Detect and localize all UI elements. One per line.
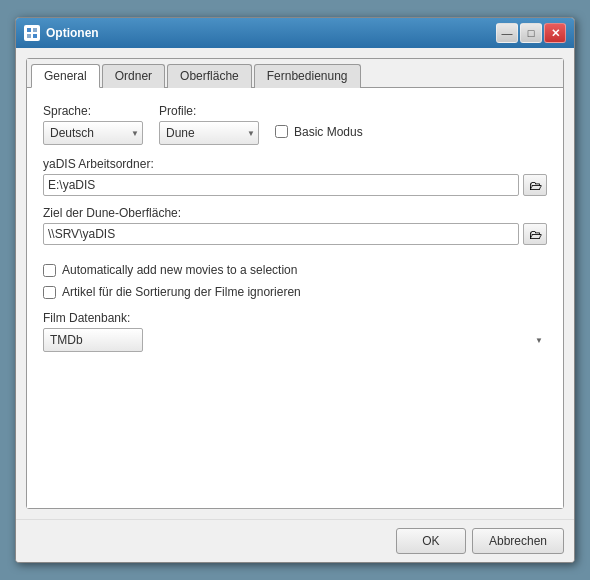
ziel-section: Ziel der Dune-Oberfläche: 🗁: [43, 206, 547, 245]
svg-rect-0: [27, 28, 31, 32]
options-window: Optionen — □ ✕ General Ordner Oberfläche…: [15, 17, 575, 563]
svg-rect-3: [33, 34, 37, 38]
artikel-row: Artikel für die Sortierung der Filme ign…: [43, 285, 547, 299]
basic-modus-row: Basic Modus: [275, 125, 363, 139]
basic-modus-label: Basic Modus: [294, 125, 363, 139]
profile-label: Profile:: [159, 104, 259, 118]
ok-button[interactable]: OK: [396, 528, 466, 554]
tab-general[interactable]: General: [31, 64, 100, 88]
ziel-label: Ziel der Dune-Oberfläche:: [43, 206, 547, 220]
minimize-button[interactable]: —: [496, 23, 518, 43]
sprache-profile-row: Sprache: Deutsch Profile: Dune: [43, 104, 547, 145]
ziel-folder-browse-button[interactable]: 🗁: [523, 223, 547, 245]
tab-content-general: Sprache: Deutsch Profile: Dune: [27, 88, 563, 508]
auto-add-row: Automatically add new movies to a select…: [43, 263, 547, 277]
folder-icon-2: 🗁: [529, 227, 542, 242]
yadis-folder-section: yaDIS Arbeitsordner: 🗁: [43, 157, 547, 196]
window-title: Optionen: [46, 26, 496, 40]
separator-1: [43, 255, 547, 263]
film-db-group: Film Datenbank: TMDb: [43, 311, 547, 352]
cancel-button[interactable]: Abbrechen: [472, 528, 564, 554]
maximize-button[interactable]: □: [520, 23, 542, 43]
window-icon: [24, 25, 40, 41]
tab-ordner[interactable]: Ordner: [102, 64, 165, 88]
basic-modus-checkbox[interactable]: [275, 125, 288, 138]
yadis-folder-browse-button[interactable]: 🗁: [523, 174, 547, 196]
tab-bar: General Ordner Oberfläche Fernbedienung: [27, 59, 563, 88]
title-bar: Optionen — □ ✕: [16, 18, 574, 48]
window-body: General Ordner Oberfläche Fernbedienung …: [16, 48, 574, 519]
close-button[interactable]: ✕: [544, 23, 566, 43]
profile-group: Profile: Dune: [159, 104, 259, 145]
auto-add-label: Automatically add new movies to a select…: [62, 263, 297, 277]
auto-add-checkbox[interactable]: [43, 264, 56, 277]
artikel-checkbox[interactable]: [43, 286, 56, 299]
svg-rect-2: [27, 34, 31, 38]
tab-container: General Ordner Oberfläche Fernbedienung …: [26, 58, 564, 509]
sprache-group: Sprache: Deutsch: [43, 104, 143, 145]
tab-oberflache[interactable]: Oberfläche: [167, 64, 252, 88]
sprache-label: Sprache:: [43, 104, 143, 118]
yadis-folder-input[interactable]: [43, 174, 519, 196]
profile-select-wrapper: Dune: [159, 121, 259, 145]
yadis-folder-label: yaDIS Arbeitsordner:: [43, 157, 547, 171]
title-bar-buttons: — □ ✕: [496, 23, 566, 43]
film-db-select[interactable]: TMDb: [43, 328, 143, 352]
film-db-select-wrapper: TMDb: [43, 328, 547, 352]
yadis-folder-input-row: 🗁: [43, 174, 547, 196]
sprache-select-wrapper: Deutsch: [43, 121, 143, 145]
svg-rect-1: [33, 28, 37, 32]
tab-fernbedienung[interactable]: Fernbedienung: [254, 64, 361, 88]
artikel-label: Artikel für die Sortierung der Filme ign…: [62, 285, 301, 299]
profile-select[interactable]: Dune: [159, 121, 259, 145]
sprache-select[interactable]: Deutsch: [43, 121, 143, 145]
bottom-bar: OK Abbrechen: [16, 519, 574, 562]
ziel-input-row: 🗁: [43, 223, 547, 245]
ziel-input[interactable]: [43, 223, 519, 245]
folder-icon: 🗁: [529, 178, 542, 193]
film-db-label: Film Datenbank:: [43, 311, 547, 325]
